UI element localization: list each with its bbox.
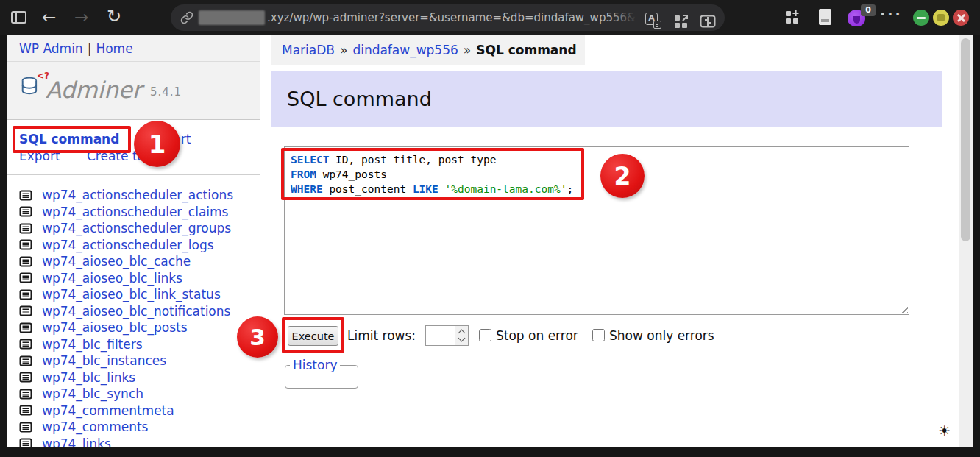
history-fieldset: History [285, 358, 358, 389]
table-icon [19, 305, 32, 316]
document-icon[interactable] [819, 9, 831, 25]
limit-rows-input[interactable] [425, 325, 469, 346]
table-row: wp74_comments [19, 419, 262, 436]
forward-icon[interactable]: → [74, 7, 88, 27]
address-bar[interactable]: .xyz/wp/wp-adminer?server=&username=&db=… [171, 4, 725, 31]
table-link[interactable]: wp74_actionscheduler_actions [42, 188, 233, 202]
table-icon [19, 372, 32, 383]
split-view-icon[interactable] [700, 15, 719, 34]
home-link[interactable]: Home [96, 41, 132, 56]
sql-textarea[interactable]: SELECT ID, post_title, post_type FROM wp… [284, 146, 909, 315]
table-row: wp74_actionscheduler_claims [19, 204, 262, 221]
sidebar-toggle-icon[interactable] [11, 11, 26, 24]
table-icon [19, 355, 32, 366]
extension-badge: 0 [861, 4, 876, 16]
table-icon [19, 322, 32, 333]
browser-titlebar: ← → ↻ .xyz/wp/wp-adminer?server=&usernam… [0, 0, 980, 35]
stop-on-error-label: Stop on error [496, 328, 578, 343]
table-icon [19, 272, 32, 283]
breadcrumb-current: SQL command [476, 43, 576, 57]
spinner-buttons[interactable] [455, 326, 468, 345]
breadcrumb: MariaDB » dindafaw_wp556 » SQL command [271, 35, 585, 65]
sidebar-export-link[interactable]: Export [19, 149, 60, 163]
spinner-down-icon[interactable] [458, 335, 466, 342]
table-icon [19, 438, 32, 447]
breadcrumb-database-link[interactable]: dindafaw_wp556 [352, 43, 458, 57]
table-link[interactable]: wp74_aioseo_blc_notifications [42, 304, 230, 319]
table-link[interactable]: wp74_commentmeta [42, 403, 174, 418]
table-link[interactable]: wp74_blc_instances [42, 353, 166, 368]
scrollbar-track[interactable] [959, 35, 973, 447]
table-icon [19, 389, 32, 400]
dark-mode-toggle-icon[interactable]: ☀ [938, 422, 951, 439]
resize-handle-icon[interactable] [898, 304, 908, 313]
table-row: wp74_blc_filters [19, 336, 262, 353]
table-row: wp74_commentmeta [19, 403, 262, 419]
table-row: wp74_actionscheduler_actions [19, 187, 262, 204]
link-icon [180, 11, 193, 24]
sql-line: WHERE post_content LIKE '%domain-lama.co… [291, 182, 903, 196]
breadcrumb-server-link[interactable]: MariaDB [282, 43, 335, 57]
table-link[interactable]: wp74_links [42, 436, 111, 447]
table-icon [19, 405, 32, 416]
wp-links-divider: | [88, 41, 92, 56]
table-row: wp74_blc_instances [19, 353, 262, 369]
sidebar-header: WP Admin|Home <? Adminer 5.4.1 [7, 35, 260, 120]
reload-icon[interactable]: ↻ [107, 6, 121, 26]
execute-button[interactable]: Execute [288, 326, 338, 346]
table-row: wp74_blc_synch [19, 386, 262, 403]
close-button[interactable] [953, 10, 969, 26]
table-link[interactable]: wp74_comments [42, 419, 148, 434]
extensions-icon[interactable] [784, 10, 800, 29]
table-row: wp74_aioseo_blc_posts [19, 319, 262, 336]
show-only-errors-label: Show only errors [609, 328, 714, 343]
table-link[interactable]: wp74_aioseo_blc_posts [42, 320, 188, 335]
wp-links-row: WP Admin|Home [7, 35, 260, 62]
minimize-button[interactable] [913, 10, 929, 26]
table-link[interactable]: wp74_blc_links [42, 370, 135, 385]
history-toggle-link[interactable]: History [290, 358, 340, 372]
adminer-version: 5.4.1 [150, 85, 182, 99]
adminer-page: WP Admin|Home <? Adminer 5.4.1 SQL comma… [7, 35, 973, 447]
sidebar-sql-command-link[interactable]: SQL command [19, 132, 119, 146]
table-link[interactable]: wp74_blc_synch [42, 386, 143, 401]
overflow-menu-icon[interactable]: ··· [880, 6, 903, 22]
redacted-domain [199, 10, 265, 25]
table-link[interactable]: wp74_actionscheduler_groups [42, 221, 231, 235]
table-icon [19, 422, 32, 433]
table-row: wp74_aioseo_blc_links [19, 270, 262, 287]
table-row: wp74_actionscheduler_logs [19, 237, 262, 254]
table-link[interactable]: wp74_actionscheduler_logs [42, 238, 214, 252]
adminer-title: Adminer [46, 77, 142, 103]
table-link[interactable]: wp74_actionscheduler_claims [42, 205, 228, 219]
sidebar-divider [7, 174, 260, 175]
table-link[interactable]: wp74_aioseo_blc_links [42, 271, 182, 286]
maximize-button[interactable] [933, 10, 949, 26]
scrollbar-thumb[interactable] [961, 38, 970, 241]
open-in-app-icon[interactable] [673, 14, 692, 33]
table-row: wp74_links [19, 436, 262, 448]
table-link[interactable]: wp74_blc_filters [42, 337, 143, 352]
table-row: wp74_blc_links [19, 369, 262, 386]
back-icon[interactable]: ← [42, 7, 56, 27]
table-link[interactable]: wp74_aioseo_blc_cache [42, 254, 191, 269]
wp-admin-link[interactable]: WP Admin [19, 41, 83, 56]
sidebar-create-table-link[interactable]: Create table [87, 149, 164, 163]
table-icon [19, 256, 32, 267]
page-title-banner: SQL command [271, 71, 942, 127]
sidebar-import-link[interactable]: Import [149, 132, 191, 146]
browser-window: ← → ↻ .xyz/wp/wp-adminer?server=&usernam… [0, 0, 980, 457]
stop-on-error-checkbox[interactable] [479, 329, 491, 341]
translate-icon[interactable]: A [645, 13, 664, 32]
sql-line: FROM wp74_posts [291, 167, 903, 182]
limit-rows-label: Limit rows: [347, 328, 416, 343]
table-row: wp74_aioseo_blc_link_status [19, 286, 262, 303]
table-row: wp74_aioseo_blc_cache [19, 253, 262, 270]
table-link[interactable]: wp74_aioseo_blc_link_status [42, 287, 221, 302]
adminer-logo[interactable]: <? Adminer 5.4.1 [21, 75, 40, 100]
show-only-errors-checkbox[interactable] [592, 329, 605, 341]
url-fade [608, 5, 642, 30]
table-icon [19, 190, 32, 201]
sql-line: SELECT ID, post_title, post_type [291, 152, 903, 167]
table-icon [19, 206, 32, 217]
